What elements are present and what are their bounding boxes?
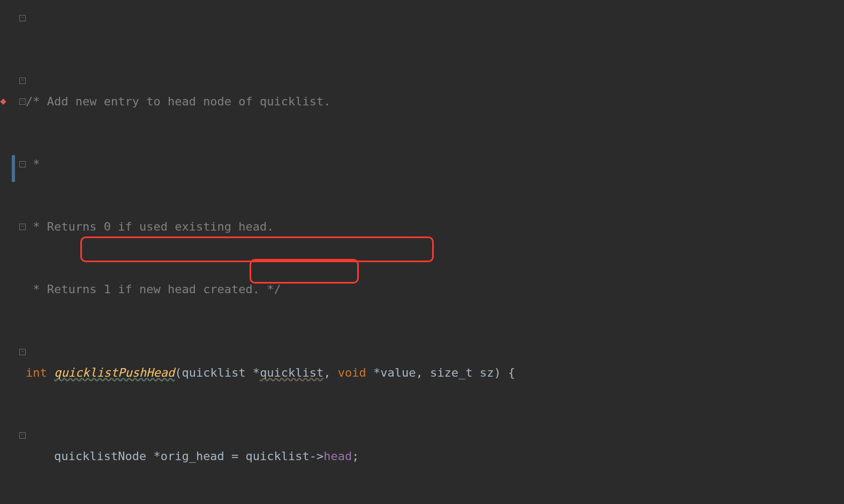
code-editor[interactable]: /* Add new entry to head node of quickli…	[0, 0, 844, 504]
text: quicklistNode *orig_head = quicklist->	[26, 449, 323, 463]
param: quicklist	[260, 366, 323, 379]
keyword-void: void	[338, 366, 366, 379]
fold-marker[interactable]	[19, 432, 26, 439]
code-line[interactable]: int quicklistPushHead(quicklist *quickli…	[26, 362, 844, 383]
fold-marker[interactable]	[19, 224, 26, 230]
function-name: quicklistPushHead	[54, 366, 175, 379]
text: ;	[352, 449, 359, 463]
fold-marker[interactable]	[19, 98, 26, 105]
highlight-box-create-node	[80, 236, 434, 262]
code-line[interactable]: /* Add new entry to head node of quickli…	[26, 91, 844, 112]
change-marker	[12, 155, 15, 182]
text: ,	[323, 366, 338, 379]
code-line[interactable]: * Returns 1 if new head created. */	[26, 279, 844, 300]
fold-marker[interactable]	[19, 349, 26, 355]
text: (quicklist *	[175, 366, 260, 379]
fold-marker[interactable]	[19, 78, 26, 84]
fold-marker[interactable]	[19, 15, 26, 21]
breakpoint-icon[interactable]	[0, 98, 6, 104]
code-line[interactable]: *	[26, 154, 844, 174]
fold-marker[interactable]	[19, 161, 26, 167]
keyword-int: int	[26, 366, 47, 379]
code-line[interactable]: * Returns 0 if used existing head.	[26, 216, 844, 237]
text: *value, size_t sz) {	[366, 366, 515, 379]
field-head: head	[323, 449, 352, 463]
gutter	[0, 0, 26, 504]
code-line[interactable]: quicklistNode *orig_head = quicklist->he…	[26, 446, 844, 467]
comment: * Returns 0 if used existing head.	[26, 220, 274, 233]
comment: * Returns 1 if new head created. */	[26, 282, 281, 296]
comment: /* Add new entry to head node of quickli…	[26, 95, 331, 108]
